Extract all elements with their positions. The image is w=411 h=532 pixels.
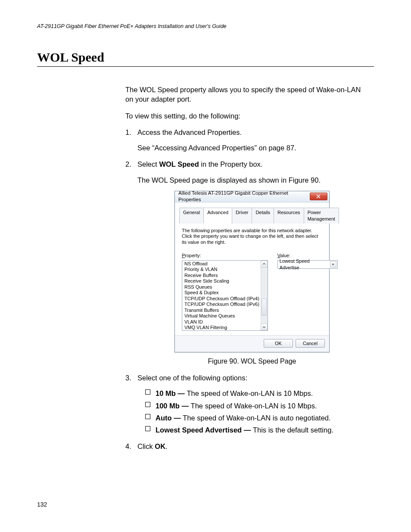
property-list-item[interactable]: RSS Queues bbox=[184, 284, 260, 290]
dropdown-arrow[interactable] bbox=[330, 261, 336, 268]
step-number: 1. bbox=[125, 128, 131, 137]
chevron-down-icon bbox=[262, 325, 266, 329]
property-list-item[interactable]: TCP/UDP Checksum Offload (IPv4) bbox=[184, 296, 260, 302]
page-number: 132 bbox=[37, 501, 47, 508]
tab-driver[interactable]: Driver bbox=[232, 208, 252, 224]
property-list-item[interactable]: NS Offload bbox=[184, 261, 260, 267]
running-header: AT-2911GP Gigabit Fiber Ethernet PoE+ Ad… bbox=[37, 23, 374, 29]
option-item: 100 Mb — The speed of Wake-on-LAN is 10 … bbox=[145, 401, 367, 411]
option-item: 10 Mb — The speed of Wake-on-LAN is 10 M… bbox=[145, 389, 367, 398]
chevron-up-icon bbox=[262, 262, 266, 266]
scrollbar-track[interactable] bbox=[261, 261, 268, 330]
step-4-text: Click OK. bbox=[137, 442, 367, 451]
option-item: Auto — The speed of Wake-on-LAN is auto … bbox=[145, 413, 367, 423]
option-bullet-icon bbox=[145, 414, 150, 419]
option-bullet-icon bbox=[145, 389, 150, 395]
scrollbar-thumb[interactable] bbox=[262, 299, 267, 316]
scroll-up-button[interactable] bbox=[261, 261, 268, 268]
property-label: Property: bbox=[182, 252, 268, 259]
property-list-item[interactable]: TCP/UDP Checksum Offload (IPv6) bbox=[184, 302, 260, 308]
tab-power-management[interactable]: Power Management bbox=[304, 208, 339, 224]
tab-general[interactable]: General bbox=[179, 208, 204, 224]
chevron-down-icon bbox=[331, 263, 335, 266]
tab-advanced[interactable]: Advanced bbox=[203, 208, 232, 224]
dialog-description: The following properties are available f… bbox=[182, 228, 322, 246]
properties-dialog: Allied Telesis AT-2911GP Gigabit Copper … bbox=[174, 191, 330, 353]
section-title: WOL Speed bbox=[37, 50, 374, 67]
ok-button[interactable]: OK bbox=[264, 339, 293, 348]
step-number: 2. bbox=[125, 159, 131, 169]
property-list-item[interactable]: Transmit Buffers bbox=[184, 308, 260, 314]
step-number: 4. bbox=[125, 442, 131, 451]
tab-resources[interactable]: Resources bbox=[274, 208, 304, 224]
step-1-text: Access the Advanced Properties. bbox=[137, 128, 367, 137]
property-list-item[interactable]: Receive Buffers bbox=[184, 273, 260, 279]
figure-caption: Figure 90. WOL Speed Page bbox=[137, 357, 367, 366]
dialog-title: Allied Telesis AT-2911GP Gigabit Copper … bbox=[178, 190, 310, 203]
step-2-text: Select WOL Speed in the Property box. bbox=[137, 159, 367, 169]
close-icon bbox=[316, 194, 321, 199]
property-list-item[interactable]: Speed & Duplex bbox=[184, 290, 260, 296]
cancel-button[interactable]: Cancel bbox=[296, 339, 325, 348]
property-list-item[interactable]: VLAN ID bbox=[184, 319, 260, 325]
intro-paragraph-2: To view this setting, do the following: bbox=[125, 111, 367, 121]
tab-strip: General Advanced Driver Details Resource… bbox=[179, 207, 325, 224]
value-dropdown[interactable]: Lowest Speed Advertise bbox=[277, 260, 338, 269]
property-list-item[interactable]: Priority & VLAN bbox=[184, 267, 260, 273]
value-dropdown-text: Lowest Speed Advertise bbox=[280, 258, 330, 271]
property-listbox[interactable]: NS OffloadPriority & VLANReceive Buffers… bbox=[182, 260, 268, 331]
step-1-sub: See “Accessing Advanced Properties” on p… bbox=[137, 143, 367, 152]
step-3-text: Select one of the following options: bbox=[137, 373, 367, 383]
option-bullet-icon bbox=[145, 426, 150, 431]
property-list-item[interactable]: Receive Side Scaling bbox=[184, 278, 260, 284]
tab-details[interactable]: Details bbox=[252, 208, 274, 224]
property-list-item[interactable]: VMQ VLAN Filtering bbox=[184, 325, 260, 331]
scroll-down-button[interactable] bbox=[261, 324, 268, 330]
intro-paragraph: The WOL Speed property allows you to spe… bbox=[125, 85, 367, 104]
option-item: Lowest Speed Advertised — This is the de… bbox=[145, 425, 367, 435]
dialog-titlebar: Allied Telesis AT-2911GP Gigabit Copper … bbox=[175, 191, 329, 202]
step-2-sub: The WOL Speed page is displayed as shown… bbox=[137, 175, 367, 185]
option-bullet-icon bbox=[145, 402, 150, 407]
close-button[interactable] bbox=[310, 193, 327, 200]
property-list-item[interactable]: Virtual Machine Queues bbox=[184, 313, 260, 319]
step-number: 3. bbox=[125, 373, 131, 383]
